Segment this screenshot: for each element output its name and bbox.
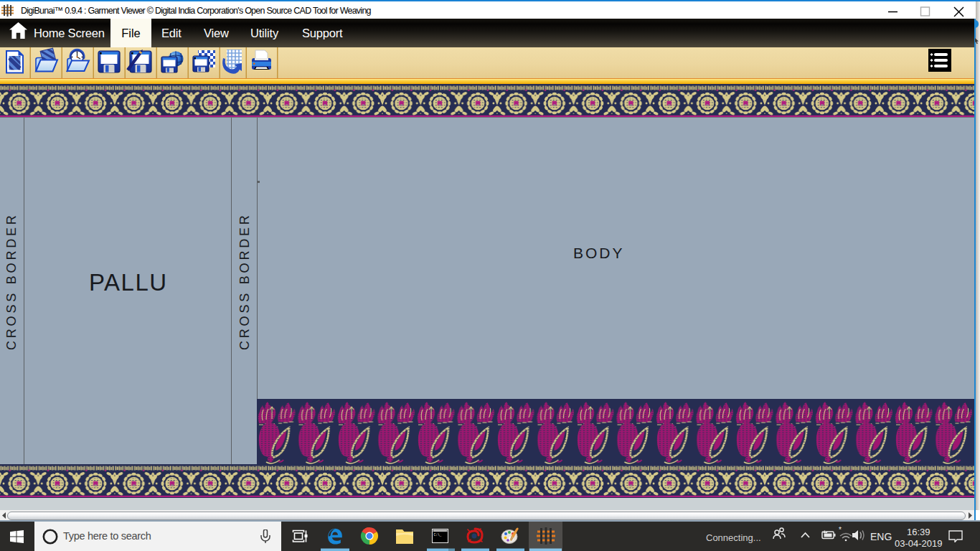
svg-text:*: * xyxy=(839,526,842,534)
svg-text:C:\_: C:\_ xyxy=(434,533,442,537)
